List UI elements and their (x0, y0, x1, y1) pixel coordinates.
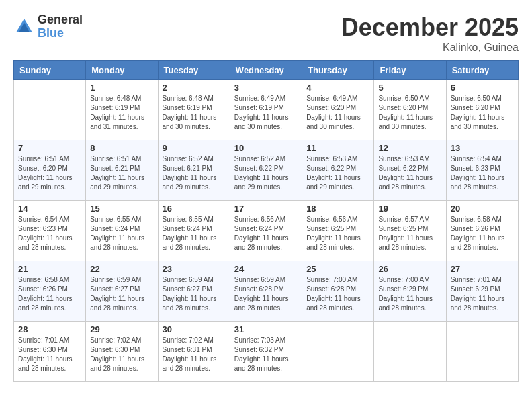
day-cell: 28Sunrise: 7:01 AMSunset: 6:30 PMDayligh… (14, 322, 86, 382)
day-info: Sunrise: 6:51 AMSunset: 6:20 PMDaylight:… (18, 154, 81, 192)
day-number: 1 (90, 83, 153, 93)
day-cell: 29Sunrise: 7:02 AMSunset: 6:30 PMDayligh… (86, 322, 158, 382)
day-info: Sunrise: 6:50 AMSunset: 6:20 PMDaylight:… (378, 94, 441, 132)
day-info: Sunrise: 6:51 AMSunset: 6:21 PMDaylight:… (90, 154, 153, 192)
calendar: SundayMondayTuesdayWednesdayThursdayFrid… (13, 60, 519, 382)
header-row: SundayMondayTuesdayWednesdayThursdayFrid… (14, 61, 519, 80)
day-number: 22 (90, 264, 153, 274)
day-cell: 18Sunrise: 6:56 AMSunset: 6:25 PMDayligh… (302, 201, 374, 261)
day-cell: 9Sunrise: 6:52 AMSunset: 6:21 PMDaylight… (158, 140, 230, 201)
day-cell: 10Sunrise: 6:52 AMSunset: 6:22 PMDayligh… (230, 140, 302, 201)
week-row-0: 1Sunrise: 6:48 AMSunset: 6:19 PMDaylight… (14, 80, 519, 140)
day-info: Sunrise: 6:48 AMSunset: 6:19 PMDaylight:… (90, 94, 153, 132)
logo-icon (13, 16, 35, 38)
day-cell: 27Sunrise: 7:01 AMSunset: 6:29 PMDayligh… (446, 261, 518, 322)
day-info: Sunrise: 6:52 AMSunset: 6:22 PMDaylight:… (234, 154, 298, 192)
day-info: Sunrise: 6:57 AMSunset: 6:25 PMDaylight:… (378, 215, 441, 253)
day-info: Sunrise: 6:53 AMSunset: 6:22 PMDaylight:… (306, 154, 369, 192)
day-cell: 24Sunrise: 6:59 AMSunset: 6:28 PMDayligh… (230, 261, 302, 322)
day-number: 31 (234, 324, 298, 334)
day-number: 13 (451, 143, 514, 153)
month-title: December 2025 (341, 13, 519, 42)
day-info: Sunrise: 7:01 AMSunset: 6:30 PMDaylight:… (18, 336, 81, 373)
day-number: 6 (451, 83, 514, 93)
day-cell: 12Sunrise: 6:53 AMSunset: 6:22 PMDayligh… (374, 140, 446, 201)
header-cell-wednesday: Wednesday (230, 61, 302, 80)
day-number: 20 (451, 203, 514, 214)
day-cell: 6Sunrise: 6:50 AMSunset: 6:20 PMDaylight… (446, 80, 518, 140)
day-number: 9 (163, 143, 226, 153)
day-number: 14 (18, 203, 81, 214)
day-number: 2 (163, 83, 226, 93)
logo-general: General (38, 13, 83, 27)
day-info: Sunrise: 7:01 AMSunset: 6:29 PMDaylight:… (451, 275, 514, 313)
day-cell: 4Sunrise: 6:49 AMSunset: 6:20 PMDaylight… (302, 80, 374, 140)
day-cell: 31Sunrise: 7:03 AMSunset: 6:32 PMDayligh… (230, 322, 302, 382)
day-cell: 26Sunrise: 7:00 AMSunset: 6:29 PMDayligh… (374, 261, 446, 322)
week-row-1: 7Sunrise: 6:51 AMSunset: 6:20 PMDaylight… (14, 140, 519, 201)
header-cell-thursday: Thursday (302, 61, 374, 80)
header-cell-sunday: Sunday (14, 61, 86, 80)
header-cell-tuesday: Tuesday (158, 61, 230, 80)
day-cell: 25Sunrise: 7:00 AMSunset: 6:28 PMDayligh… (302, 261, 374, 322)
day-number: 25 (306, 264, 369, 274)
day-info: Sunrise: 6:59 AMSunset: 6:27 PMDaylight:… (163, 275, 226, 313)
day-cell: 3Sunrise: 6:49 AMSunset: 6:19 PMDaylight… (230, 80, 302, 140)
logo: General Blue (13, 13, 83, 40)
day-cell: 1Sunrise: 6:48 AMSunset: 6:19 PMDaylight… (86, 80, 158, 140)
day-info: Sunrise: 6:49 AMSunset: 6:19 PMDaylight:… (234, 94, 298, 132)
day-info: Sunrise: 7:02 AMSunset: 6:30 PMDaylight:… (90, 336, 153, 373)
day-info: Sunrise: 6:59 AMSunset: 6:28 PMDaylight:… (234, 275, 298, 313)
day-cell: 13Sunrise: 6:54 AMSunset: 6:23 PMDayligh… (446, 140, 518, 201)
day-cell: 30Sunrise: 7:02 AMSunset: 6:31 PMDayligh… (158, 322, 230, 382)
day-number: 21 (18, 264, 81, 274)
day-number: 8 (90, 143, 153, 153)
day-info: Sunrise: 6:56 AMSunset: 6:24 PMDaylight:… (234, 215, 298, 253)
day-info: Sunrise: 6:50 AMSunset: 6:20 PMDaylight:… (451, 94, 514, 132)
day-cell: 21Sunrise: 6:58 AMSunset: 6:26 PMDayligh… (14, 261, 86, 322)
day-info: Sunrise: 6:53 AMSunset: 6:22 PMDaylight:… (378, 154, 441, 192)
day-info: Sunrise: 7:03 AMSunset: 6:32 PMDaylight:… (234, 336, 298, 373)
day-cell: 19Sunrise: 6:57 AMSunset: 6:25 PMDayligh… (374, 201, 446, 261)
day-number: 28 (18, 324, 81, 334)
day-info: Sunrise: 7:00 AMSunset: 6:29 PMDaylight:… (378, 275, 441, 313)
header-cell-friday: Friday (374, 61, 446, 80)
day-info: Sunrise: 6:48 AMSunset: 6:19 PMDaylight:… (163, 94, 226, 132)
day-info: Sunrise: 6:54 AMSunset: 6:23 PMDaylight:… (18, 215, 81, 253)
day-info: Sunrise: 6:58 AMSunset: 6:26 PMDaylight:… (18, 275, 81, 313)
day-cell: 16Sunrise: 6:55 AMSunset: 6:24 PMDayligh… (158, 201, 230, 261)
day-info: Sunrise: 6:58 AMSunset: 6:26 PMDaylight:… (451, 215, 514, 253)
day-number: 4 (306, 83, 369, 93)
calendar-body: 1Sunrise: 6:48 AMSunset: 6:19 PMDaylight… (14, 80, 519, 382)
day-number: 26 (378, 264, 441, 274)
day-number: 24 (234, 264, 298, 274)
day-number: 11 (306, 143, 369, 153)
day-cell (446, 322, 518, 382)
title-section: December 2025 Kalinko, Guinea (341, 13, 519, 54)
day-number: 18 (306, 203, 369, 214)
day-cell: 2Sunrise: 6:48 AMSunset: 6:19 PMDaylight… (158, 80, 230, 140)
day-number: 23 (163, 264, 226, 274)
logo-blue: Blue (38, 27, 83, 40)
day-number: 29 (90, 324, 153, 334)
day-number: 15 (90, 203, 153, 214)
day-number: 19 (378, 203, 441, 214)
week-row-3: 21Sunrise: 6:58 AMSunset: 6:26 PMDayligh… (14, 261, 519, 322)
day-number: 7 (18, 143, 81, 153)
day-cell: 8Sunrise: 6:51 AMSunset: 6:21 PMDaylight… (86, 140, 158, 201)
day-number: 17 (234, 203, 298, 214)
day-cell: 14Sunrise: 6:54 AMSunset: 6:23 PMDayligh… (14, 201, 86, 261)
day-cell: 7Sunrise: 6:51 AMSunset: 6:20 PMDaylight… (14, 140, 86, 201)
day-number: 27 (451, 264, 514, 274)
day-info: Sunrise: 6:59 AMSunset: 6:27 PMDaylight:… (90, 275, 153, 313)
day-number: 10 (234, 143, 298, 153)
calendar-header: SundayMondayTuesdayWednesdayThursdayFrid… (14, 61, 519, 80)
day-number: 16 (163, 203, 226, 214)
day-number: 5 (378, 83, 441, 93)
day-cell (302, 322, 374, 382)
day-info: Sunrise: 6:52 AMSunset: 6:21 PMDaylight:… (163, 154, 226, 192)
logo-text: General Blue (38, 13, 83, 40)
day-cell: 5Sunrise: 6:50 AMSunset: 6:20 PMDaylight… (374, 80, 446, 140)
day-info: Sunrise: 6:55 AMSunset: 6:24 PMDaylight:… (163, 215, 226, 253)
day-info: Sunrise: 7:02 AMSunset: 6:31 PMDaylight:… (163, 336, 226, 373)
